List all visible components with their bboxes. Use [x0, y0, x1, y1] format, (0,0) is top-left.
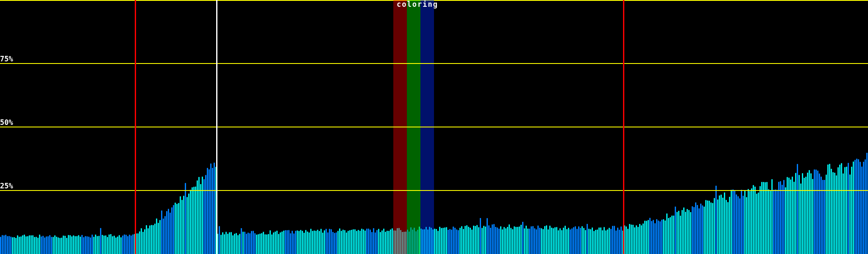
- white-marker-line: [216, 0, 217, 254]
- grid-line-75: [0, 63, 868, 64]
- ytick-label-25: 25%: [0, 182, 13, 190]
- coloring-label: coloring: [397, 1, 438, 8]
- ytick-label-75: 75%: [0, 55, 13, 63]
- ytick-label-50: 50%: [0, 119, 13, 126]
- usage-history-graph: 75% 50% 25% coloring: [0, 0, 868, 254]
- red-marker-line-1: [135, 0, 136, 254]
- grid-line-50: [0, 127, 868, 127]
- red-marker-line-2: [623, 0, 624, 254]
- grid-line-25: [0, 190, 868, 191]
